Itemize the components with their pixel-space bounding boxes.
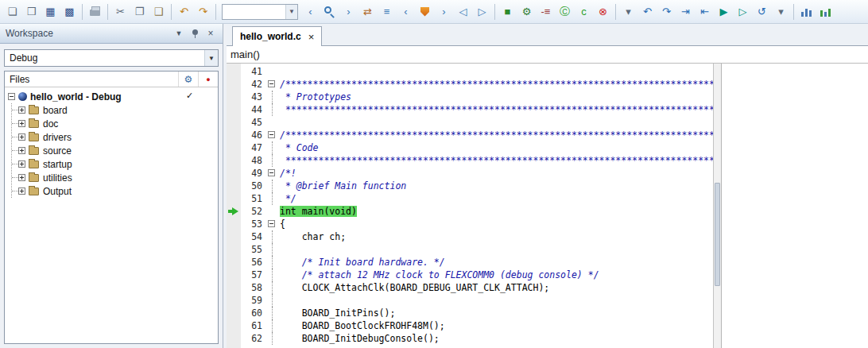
browse-forward-icon[interactable]: ↷ [657, 2, 676, 21]
code-text[interactable]: /***************************************… [278, 129, 713, 141]
tree-root-row[interactable]: hello_world - Debug ✓ [5, 90, 218, 103]
breakpoint-cell[interactable] [227, 218, 241, 230]
code-text[interactable]: /***************************************… [278, 78, 713, 91]
line-number[interactable]: 62 [241, 332, 266, 345]
line-number[interactable]: 55 [241, 243, 266, 256]
expand-icon[interactable] [18, 147, 25, 154]
breakpoint-cell[interactable] [227, 154, 241, 167]
line-number[interactable]: 44 [241, 103, 266, 116]
breakpoint-cell[interactable] [227, 256, 241, 269]
save-all-icon[interactable]: ▩ [60, 2, 79, 21]
settings-gear-icon[interactable]: ⚙ [178, 72, 198, 87]
breakpoint-cell[interactable] [227, 230, 241, 243]
code-text[interactable]: int main(void) [278, 205, 357, 218]
code-text[interactable]: /* Init board hardware. */ [278, 256, 445, 269]
scrollbar-thumb[interactable] [715, 183, 720, 286]
breakpoint-cell[interactable] [227, 192, 241, 205]
tab-close-icon[interactable]: × [308, 31, 315, 43]
print-icon[interactable] [86, 2, 104, 21]
breakpoint-cell[interactable] [227, 116, 241, 129]
breakpoint-cell[interactable] [227, 91, 241, 103]
function-selector-bar[interactable]: main() [227, 46, 868, 64]
breakpoint-cell[interactable] [227, 332, 241, 345]
fold-margin-cell[interactable] [266, 167, 278, 180]
line-number[interactable]: 52 [241, 205, 266, 218]
build-config-dropdown[interactable]: Debug ▼ [4, 49, 219, 67]
c-run-analysis-icon[interactable]: c [575, 2, 593, 21]
expand-icon[interactable] [18, 188, 25, 195]
line-number[interactable]: 58 [241, 281, 266, 294]
search-forward-icon[interactable]: › [339, 2, 358, 21]
code-text[interactable]: BOARD_InitDebugConsole(); [278, 332, 440, 345]
code-text[interactable]: * Prototypes [278, 91, 351, 103]
line-number[interactable]: 59 [241, 294, 266, 307]
line-number[interactable]: 57 [241, 269, 266, 281]
current-statement-arrow-cell[interactable] [227, 205, 241, 218]
breakpoint-cell[interactable] [227, 141, 241, 154]
copy-icon[interactable]: ❐ [130, 2, 149, 21]
make-icon[interactable]: ■ [498, 2, 517, 21]
tab-hello-world-c[interactable]: hello_world.c × [232, 26, 322, 46]
line-number[interactable]: 54 [241, 230, 266, 243]
prev-statement-icon[interactable]: ⇤ [696, 2, 714, 21]
line-number[interactable]: 43 [241, 91, 266, 103]
search-combo[interactable]: ▼ [222, 4, 298, 20]
code-text[interactable]: * Code [278, 141, 318, 154]
fold-toggle-icon[interactable] [268, 131, 275, 138]
code-text[interactable]: ****************************************… [278, 103, 713, 116]
next-statement-icon[interactable]: ⇥ [676, 2, 695, 21]
line-number[interactable]: 60 [241, 307, 266, 319]
tree-item-source[interactable]: source [12, 144, 218, 157]
line-number[interactable]: 51 [241, 192, 266, 205]
close-icon[interactable]: × [204, 27, 217, 40]
line-number[interactable]: 45 [241, 116, 266, 129]
line-number[interactable]: 50 [241, 180, 266, 192]
profiling-icon[interactable] [816, 2, 835, 21]
code-text[interactable]: /*! [278, 167, 296, 180]
editor-vertical-scrollbar[interactable] [713, 64, 721, 348]
toolbar-overflow-icon[interactable]: ▾ [619, 2, 637, 21]
breakpoint-cell[interactable] [227, 281, 241, 294]
bookmark-icon[interactable] [416, 2, 434, 21]
open-source-file-icon[interactable]: ▷ [473, 2, 491, 21]
pin-icon[interactable] [188, 27, 201, 40]
save-icon[interactable]: ▦ [41, 2, 60, 21]
line-number[interactable]: 49 [241, 167, 266, 180]
breakpoint-cell[interactable] [227, 167, 241, 180]
tree-item-output[interactable]: Output [12, 184, 218, 198]
code-text[interactable]: BOARD_InitPins(); [278, 307, 395, 319]
undo-icon[interactable]: ↶ [175, 2, 193, 21]
browse-back-icon[interactable]: ↶ [638, 2, 657, 21]
line-number[interactable]: 56 [241, 256, 266, 269]
cut-icon[interactable]: ✂ [111, 2, 130, 21]
go-to-icon[interactable]: ≡ [378, 2, 396, 21]
expand-icon[interactable] [18, 120, 25, 127]
code-text[interactable]: /* attach 12 MHz clock to FLEXCOMM0 (deb… [278, 269, 599, 281]
line-number[interactable]: 48 [241, 154, 266, 167]
line-number[interactable]: 46 [241, 129, 266, 141]
collapse-icon[interactable] [8, 93, 15, 100]
expand-icon[interactable] [18, 133, 25, 141]
open-file-icon[interactable]: ❒ [22, 2, 41, 21]
expand-icon[interactable] [18, 160, 25, 168]
code-text[interactable]: char ch; [278, 230, 346, 243]
breakpoint-cell[interactable] [227, 319, 241, 332]
c-stat-analysis-icon[interactable]: Ⓒ [556, 2, 574, 21]
breakpoint-cell[interactable] [227, 65, 241, 78]
breakpoint-cell[interactable] [227, 180, 241, 192]
quick-search-icon[interactable] [320, 2, 339, 21]
debug-overflow-icon[interactable]: ▾ [772, 2, 790, 21]
breakpoint-cell[interactable] [227, 269, 241, 281]
breakpoint-cell[interactable] [227, 129, 241, 141]
compile-icon[interactable]: -≡ [537, 2, 555, 21]
fold-toggle-icon[interactable] [268, 169, 275, 176]
line-number[interactable]: 47 [241, 141, 266, 154]
expand-icon[interactable] [18, 106, 25, 114]
line-number[interactable]: 61 [241, 319, 266, 332]
fold-margin-cell[interactable] [266, 129, 278, 141]
code-pane[interactable]: 4142/***********************************… [227, 64, 713, 348]
dropdown-arrow-icon[interactable]: ▼ [204, 50, 218, 66]
search-backward-icon[interactable]: ‹ [301, 2, 320, 21]
breakpoint-cell[interactable] [227, 243, 241, 256]
line-number[interactable]: 53 [241, 218, 266, 230]
